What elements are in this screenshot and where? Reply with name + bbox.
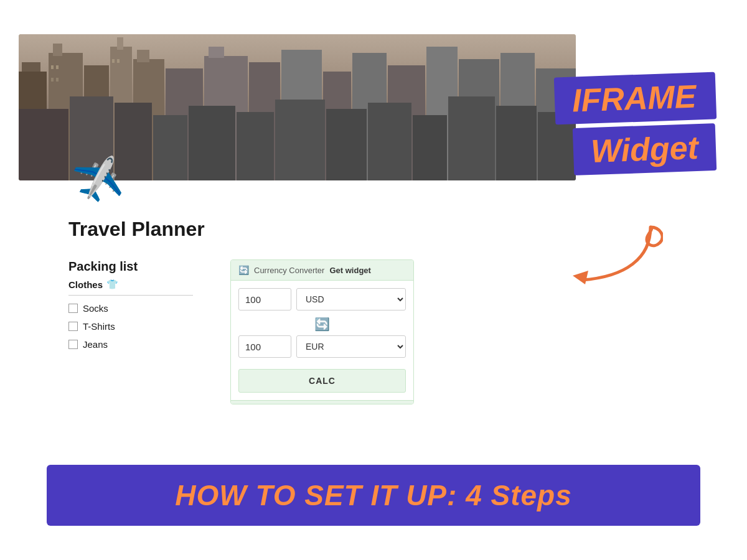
list-item[interactable]: T-Shirts (68, 321, 193, 332)
to-currency-select[interactable]: EUR USD GBP JPY CAD AUD (296, 335, 406, 358)
calc-button[interactable]: CALC (238, 369, 406, 393)
to-currency-row: EUR USD GBP JPY CAD AUD (238, 335, 406, 358)
svg-rect-34 (275, 100, 325, 180)
arrow-decoration (563, 221, 663, 304)
svg-rect-38 (448, 96, 495, 180)
bottom-banner: HOW TO SET IT UP: 4 Steps (47, 465, 700, 526)
packing-list-section: Packing list Clothes 👕 Socks T-Shirts Je… (68, 259, 193, 357)
svg-marker-41 (573, 271, 588, 284)
iframe-text: IFRAME (554, 72, 716, 125)
svg-rect-30 (115, 103, 152, 180)
tshirts-checkbox[interactable] (68, 322, 78, 331)
list-item[interactable]: Jeans (68, 339, 193, 350)
to-amount-input[interactable] (238, 335, 291, 358)
tshirts-label: T-Shirts (83, 321, 115, 332)
svg-rect-15 (117, 59, 120, 63)
svg-rect-33 (237, 112, 274, 180)
clothes-header: Clothes 👕 (68, 279, 193, 296)
widget-header: 🔄 Currency Converter Get widget (231, 260, 413, 281)
svg-rect-28 (19, 109, 68, 180)
iframe-widget-label: IFRAME Widget (555, 75, 716, 173)
svg-rect-9 (137, 50, 149, 62)
get-widget-link[interactable]: Get widget (329, 266, 370, 275)
page-title: Travel Planner (68, 218, 566, 241)
svg-rect-12 (51, 78, 54, 82)
clothes-label: Clothes (68, 279, 103, 290)
svg-rect-14 (112, 59, 115, 63)
main-content: Travel Planner Packing list Clothes 👕 So… (68, 218, 566, 404)
widget-footer (231, 400, 413, 404)
svg-rect-10 (51, 65, 54, 69)
swap-icon[interactable]: 🔄 (314, 317, 330, 331)
swap-icon-container[interactable]: 🔄 (238, 317, 406, 332)
list-item[interactable]: Socks (68, 303, 193, 314)
svg-rect-31 (153, 115, 187, 180)
svg-rect-39 (496, 106, 537, 180)
from-currency-select[interactable]: USD EUR GBP JPY CAD AUD (296, 288, 406, 310)
widget-text: Widget (573, 123, 716, 175)
svg-rect-32 (189, 106, 235, 180)
from-currency-row: USD EUR GBP JPY CAD AUD (238, 288, 406, 310)
svg-rect-36 (368, 103, 411, 180)
jeans-label: Jeans (83, 339, 108, 350)
jeans-checkbox[interactable] (68, 340, 78, 349)
svg-rect-7 (117, 37, 123, 50)
svg-rect-35 (326, 109, 367, 180)
svg-rect-13 (56, 78, 59, 82)
converter-icon: 🔄 (238, 265, 249, 275)
svg-rect-4 (53, 44, 62, 56)
socks-checkbox[interactable] (68, 304, 78, 313)
socks-label: Socks (83, 303, 108, 314)
widget-body: USD EUR GBP JPY CAD AUD 🔄 EU (231, 281, 413, 400)
content-row: Packing list Clothes 👕 Socks T-Shirts Je… (68, 259, 566, 404)
svg-rect-37 (413, 115, 447, 180)
svg-rect-11 (56, 65, 59, 69)
svg-rect-18 (209, 47, 224, 58)
clothes-icon: 👕 (106, 279, 118, 290)
from-amount-input[interactable] (238, 288, 291, 310)
currency-widget: 🔄 Currency Converter Get widget USD EUR … (230, 259, 414, 404)
svg-rect-2 (22, 62, 40, 72)
packing-list-title: Packing list (68, 259, 193, 274)
converter-title: Currency Converter (254, 266, 324, 275)
bottom-banner-text: HOW TO SET IT UP: 4 Steps (175, 479, 572, 511)
